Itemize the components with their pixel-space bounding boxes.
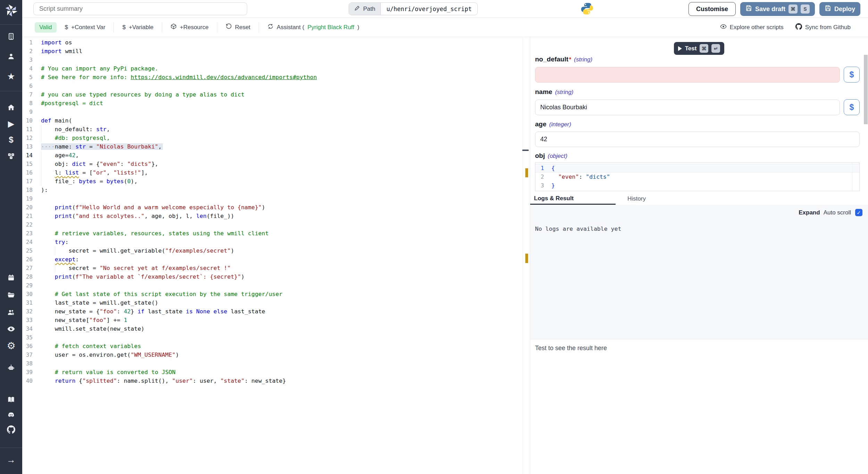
required-asterisk: * — [569, 57, 571, 63]
sidebar-divider — [0, 24, 22, 25]
expand-button[interactable]: Expand — [799, 209, 820, 216]
play-icon[interactable]: ▶ — [0, 120, 22, 128]
warning-marker — [525, 254, 528, 263]
settings-icon[interactable]: ⚙ — [0, 341, 22, 351]
add-resource-label: +Resource — [180, 24, 209, 31]
path-value[interactable]: u/henri/overjoyed_script — [381, 3, 477, 15]
path-label: Path — [363, 6, 375, 12]
add-resource-button[interactable]: +Resource — [162, 20, 217, 34]
save-draft-button[interactable]: Save draft ⌘ S — [740, 2, 815, 16]
folder-icon[interactable] — [0, 291, 22, 299]
add-variable-button[interactable]: $ +Variable — [114, 20, 162, 34]
insert-variable-button[interactable]: $ — [844, 67, 860, 83]
dollar-icon[interactable]: $ — [0, 135, 22, 145]
bottom-tabs: Logs & Result History — [530, 192, 868, 205]
github-icon[interactable] — [0, 425, 22, 434]
valid-badge: Valid — [35, 22, 57, 33]
s-key: S — [801, 5, 810, 14]
sidebar-divider — [0, 448, 22, 448]
collapse-arrow-icon[interactable]: → — [0, 455, 22, 464]
field-name: name — [535, 88, 552, 96]
logs-empty-message: No logs are available yet — [535, 226, 621, 232]
editor-gutter-line — [852, 163, 852, 191]
eye-icon — [720, 23, 727, 32]
github-icon — [795, 23, 802, 32]
field-type: (integer) — [549, 121, 571, 128]
rotate-ccw-icon — [226, 23, 232, 31]
field-label-no_default: no_default * (string) — [535, 56, 860, 64]
resources-icon[interactable] — [0, 152, 22, 160]
name-input[interactable] — [535, 100, 840, 115]
field-type: (string) — [574, 56, 592, 63]
autoscroll-label: Auto scroll — [824, 209, 851, 216]
dollar-icon: $ — [65, 24, 68, 31]
assistant-button[interactable]: Assistant (Pyright Black Ruff) — [259, 20, 368, 34]
tab-history[interactable]: History — [627, 193, 646, 205]
code-editor[interactable]: 1import os2import wmill34# You can impor… — [22, 37, 523, 474]
editor-toolbar: Valid $ +Context Var $ +Variable +Resour… — [22, 18, 868, 37]
cube-icon — [170, 23, 177, 31]
topbar: Path u/henri/overjoyed_script Customise — [22, 0, 868, 18]
field-name: no_default — [535, 56, 568, 63]
editor-overview-ruler[interactable] — [523, 37, 530, 474]
reset-label: Reset — [235, 24, 250, 31]
deploy-label: Deploy — [834, 6, 855, 13]
field-label-age: age (integer) — [535, 120, 860, 129]
calendar-icon[interactable] — [0, 273, 22, 282]
result-area: Test to see the result here — [530, 339, 868, 474]
sync-label: Sync from Github — [805, 24, 851, 31]
insert-variable-button[interactable]: $ — [844, 99, 860, 115]
warning-marker — [525, 168, 528, 177]
customise-button[interactable]: Customise — [688, 2, 736, 16]
field-name: obj — [535, 152, 545, 160]
pencil-icon — [354, 5, 360, 13]
panel-resize-handle[interactable] — [522, 150, 529, 151]
enter-key: ↵ — [711, 44, 720, 53]
sidebar: ★ ▶ $ ⚙ — [0, 0, 22, 474]
autoscroll-checkbox[interactable]: ✓ — [855, 209, 862, 216]
workspace-icon[interactable] — [0, 32, 22, 41]
deploy-button[interactable]: Deploy — [819, 2, 860, 16]
save-icon — [745, 5, 752, 13]
add-context-var-button[interactable]: $ +Context Var — [57, 20, 114, 34]
python-logo — [581, 2, 594, 15]
workers-icon[interactable] — [0, 308, 22, 316]
obj-json-editor[interactable]: 1{2 "even": "dicts"3} — [535, 162, 860, 191]
assistant-label-close: ) — [357, 24, 359, 31]
save-icon — [825, 5, 831, 13]
docs-icon[interactable] — [0, 396, 22, 404]
explore-label: Explore other scripts — [730, 24, 784, 31]
user-icon[interactable] — [0, 52, 22, 61]
field-type: (object) — [548, 153, 568, 160]
no_default-input[interactable] — [535, 67, 840, 83]
sync-from-github-button[interactable]: Sync from Github — [792, 20, 854, 34]
home-icon[interactable] — [0, 103, 22, 112]
add-context-var-label: +Context Var — [71, 24, 105, 31]
windmill-logo[interactable] — [0, 3, 22, 18]
play-icon — [678, 46, 682, 51]
eye-icon[interactable] — [0, 325, 22, 333]
script-summary-input[interactable] — [33, 2, 247, 15]
tab-logs-result[interactable]: Logs & Result — [530, 193, 616, 205]
reset-button[interactable]: Reset — [217, 20, 259, 34]
panel-divider — [530, 37, 530, 474]
sidebar-divider — [0, 91, 22, 91]
panel-scrollbar[interactable] — [864, 55, 868, 124]
explore-other-scripts-button[interactable]: Explore other scripts — [717, 20, 787, 34]
field-name: age — [535, 120, 546, 128]
test-button[interactable]: Test ⌘ ↵ — [674, 42, 725, 55]
field-type: (string) — [555, 89, 574, 96]
robot-icon[interactable] — [0, 364, 22, 372]
age-input[interactable] — [535, 132, 860, 147]
path-pill: Path u/henri/overjoyed_script — [349, 2, 478, 15]
assistant-label: Assistant ( — [277, 24, 304, 31]
edit-path-button[interactable]: Path — [349, 3, 381, 15]
field-label-name: name (string) — [535, 88, 860, 96]
discord-icon[interactable] — [0, 411, 22, 419]
refresh-icon — [267, 23, 274, 31]
field-label-obj: obj (object) — [535, 152, 860, 160]
logs-area: Expand Auto scroll ✓ No logs are availab… — [530, 205, 868, 339]
windmill-script-editor: ★ ▶ $ ⚙ — [0, 0, 868, 474]
cmd-key: ⌘ — [788, 5, 798, 14]
star-icon[interactable]: ★ — [0, 72, 22, 81]
